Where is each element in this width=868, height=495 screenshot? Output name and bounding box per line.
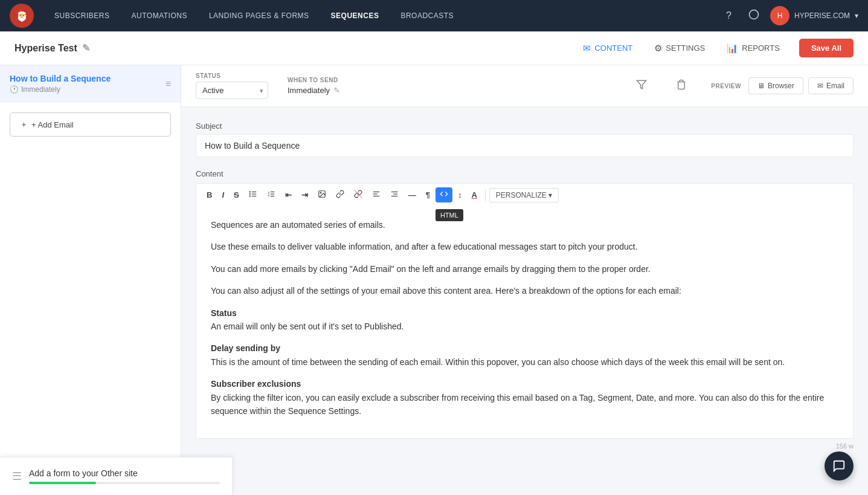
indent-left-button[interactable]: ⇤: [281, 188, 296, 202]
page-title-edit-icon[interactable]: ✎: [82, 42, 90, 54]
svg-point-7: [249, 196, 250, 196]
content-area: STATUS Active Draft Paused WHEN TO SEND …: [181, 65, 868, 495]
sequence-email-title: How to Build a Sequence: [10, 74, 166, 83]
email-editor: Subject Content B I S ⇤ ⇥: [181, 107, 868, 495]
reports-tab-icon: 📊: [727, 43, 738, 54]
help-button[interactable]: ?: [720, 7, 738, 25]
nav-broadcasts[interactable]: BROADCASTS: [392, 8, 462, 24]
sequence-email-subtitle: 🕐 Immediately: [10, 85, 166, 94]
ordered-list-button[interactable]: [263, 187, 280, 202]
horizontal-rule-button[interactable]: —: [404, 188, 420, 202]
browser-preview-button[interactable]: 🖥 Browser: [748, 77, 803, 94]
email-preview-button[interactable]: ✉ Email: [808, 77, 854, 94]
trash-icon[interactable]: [671, 77, 692, 95]
when-to-send-label: WHEN TO SEND: [288, 77, 340, 83]
popup-content: Add a form to your Other site: [29, 468, 220, 484]
settings-tab-label: SETTINGS: [666, 44, 705, 53]
status-group: STATUS Active Draft Paused: [196, 73, 268, 99]
unlink-button[interactable]: [350, 187, 367, 202]
app-logo: 🎅: [10, 4, 34, 28]
chat-button[interactable]: [825, 451, 854, 480]
body-section1: Status An email will only be sent out if…: [211, 306, 838, 334]
line-height-button[interactable]: ↕: [454, 188, 466, 202]
nav-subscribers[interactable]: SUBSCRIBERS: [46, 8, 118, 24]
personalize-button[interactable]: PERSONALIZE ▾: [489, 188, 559, 202]
clock-icon: 🕐: [10, 85, 19, 94]
top-navigation: 🎅 SUBSCRIBERS AUTOMATIONS LANDING PAGES …: [0, 0, 868, 31]
image-button[interactable]: [313, 187, 330, 202]
main-layout: How to Build a Sequence 🕐 Immediately ≡ …: [0, 65, 868, 495]
body-para1: Sequences are an automated series of ema…: [211, 218, 838, 231]
user-name: HYPERISE.COM: [794, 11, 850, 20]
notification-button[interactable]: [742, 5, 765, 26]
save-all-button[interactable]: Save All: [799, 39, 854, 57]
align-right-button[interactable]: [386, 187, 403, 202]
italic-button[interactable]: I: [217, 188, 228, 202]
section3-body: By clicking the filter icon, you can eas…: [211, 393, 824, 416]
tab-content[interactable]: ✉ CONTENT: [573, 38, 642, 59]
subject-label: Subject: [196, 121, 854, 131]
settings-tab-icon: ⚙: [654, 43, 662, 54]
html-button-wrapper: HTML: [436, 187, 452, 202]
editor-toolbar: B I S ⇤ ⇥: [196, 183, 854, 206]
page-title-area: Hyperise Test ✎: [14, 42, 90, 54]
when-to-send-value-area: Immediately ✎: [288, 86, 340, 95]
body-section2: Delay sending by This is the amount of t…: [211, 341, 838, 369]
subject-input[interactable]: [196, 134, 854, 157]
svg-point-6: [249, 193, 250, 194]
link-button[interactable]: [332, 187, 349, 202]
main-tabs: ✉ CONTENT ⚙ SETTINGS 📊 REPORTS: [573, 38, 789, 59]
body-section3: Subscriber exclusions By clicking the fi…: [211, 377, 838, 418]
paragraph-button[interactable]: ¶: [422, 188, 434, 202]
status-select[interactable]: Active Draft Paused: [196, 82, 268, 99]
user-menu[interactable]: H HYPERISE.COM ▾: [770, 6, 858, 25]
section2-body: This is the amount of time between the s…: [211, 357, 785, 367]
when-to-send-value: Immediately: [288, 86, 330, 95]
status-label: STATUS: [196, 73, 268, 79]
font-color-button[interactable]: A: [467, 188, 481, 202]
body-para2: Use these emails to deliver valuable inf…: [211, 240, 838, 253]
tab-reports[interactable]: 📊 REPORTS: [717, 38, 789, 59]
when-to-send-edit-icon[interactable]: ✎: [333, 86, 340, 95]
section1-body: An email will only be sent out if it's s…: [211, 322, 403, 331]
browser-icon: 🖥: [757, 82, 765, 90]
tab-settings[interactable]: ⚙ SETTINGS: [645, 38, 715, 59]
body-para3: You can add more emails by clicking "Add…: [211, 262, 838, 276]
svg-point-12: [320, 192, 321, 193]
nav-sequences[interactable]: SEQUENCES: [323, 8, 388, 24]
editor-body[interactable]: Sequences are an automated series of ema…: [196, 206, 854, 439]
popup-list-icon: ☰: [12, 470, 22, 483]
reports-tab-label: REPORTS: [742, 44, 780, 53]
body-para4: You can also adjust all of the settings …: [211, 284, 838, 297]
word-count: 156 w: [196, 442, 854, 450]
svg-point-5: [249, 192, 250, 192]
nav-landing-pages[interactable]: LANDING PAGES & FORMS: [201, 8, 318, 24]
html-tooltip: HTML: [436, 209, 463, 221]
nav-automations[interactable]: AUTOMATIONS: [123, 8, 196, 24]
unordered-list-button[interactable]: [245, 187, 262, 202]
status-select-wrapper: Active Draft Paused: [196, 82, 268, 99]
email-preview-icon: ✉: [817, 82, 823, 90]
content-label: Content: [196, 169, 854, 178]
sequence-item-menu-icon[interactable]: ≡: [166, 79, 171, 89]
sequence-info: How to Build a Sequence 🕐 Immediately: [10, 74, 166, 94]
plus-icon: ＋: [20, 119, 28, 130]
bold-button[interactable]: B: [202, 188, 216, 202]
html-button[interactable]: [436, 187, 452, 202]
sequence-email-item[interactable]: How to Build a Sequence 🕐 Immediately ≡: [0, 65, 181, 103]
section2-heading: Delay sending by: [211, 343, 280, 353]
svg-point-0: [749, 10, 758, 19]
align-left-button[interactable]: [368, 187, 385, 202]
preview-label: PREVIEW: [711, 83, 741, 89]
bottom-popup[interactable]: ☰ Add a form to your Other site: [0, 457, 233, 495]
toolbar-divider: [485, 189, 486, 201]
sub-header: Hyperise Test ✎ ✉ CONTENT ⚙ SETTINGS 📊 R…: [0, 31, 868, 65]
progress-bar: [29, 482, 96, 484]
content-tab-icon: ✉: [583, 43, 591, 54]
content-tab-label: CONTENT: [594, 44, 632, 53]
strikethrough-button[interactable]: S: [230, 188, 243, 202]
progress-bar-container: [29, 482, 220, 484]
add-email-button[interactable]: ＋ + Add Email: [10, 112, 171, 137]
filter-icon[interactable]: [631, 77, 652, 95]
indent-right-button[interactable]: ⇥: [297, 188, 312, 202]
